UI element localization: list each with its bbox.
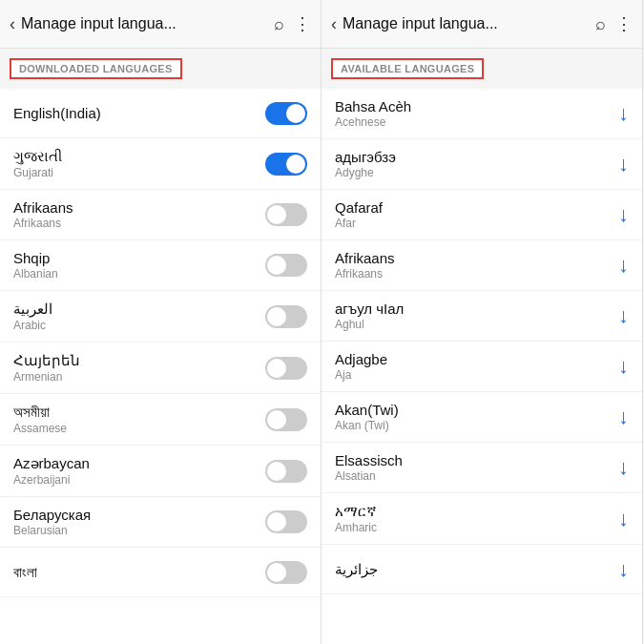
- language-subtitle: Arabic: [13, 319, 52, 332]
- language-subtitle: Assamese: [13, 422, 67, 435]
- list-item: ՀայերենArmenian: [0, 343, 321, 394]
- list-item: English(India): [0, 89, 321, 138]
- language-subtitle: Afar: [335, 217, 383, 230]
- left-section-label: Downloaded languages: [10, 58, 182, 79]
- list-item: বাংলা: [0, 548, 321, 597]
- list-item: агъул чIалAghul↓: [322, 291, 642, 342]
- left-search-icon[interactable]: ⌕: [274, 14, 284, 34]
- list-item: Akan(Twi)Akan (Twi)↓: [322, 392, 642, 443]
- list-item: AdjagbeAja↓: [322, 342, 642, 392]
- list-item: AzərbaycanAzerbaijani: [0, 446, 321, 497]
- list-item: QafarafAfar↓: [322, 190, 642, 240]
- language-toggle[interactable]: [265, 102, 307, 125]
- language-name: ગુજરાતી: [13, 148, 62, 165]
- language-subtitle: Afrikaans: [335, 267, 395, 280]
- language-toggle[interactable]: [265, 203, 307, 226]
- left-panel: ‹ Manage input langua... ⌕ ⋮ Downloaded …: [0, 0, 322, 644]
- download-icon[interactable]: ↓: [618, 303, 629, 328]
- language-name: العربية: [13, 301, 52, 318]
- language-name: Afrikaans: [335, 250, 395, 266]
- language-subtitle: Afrikaans: [13, 217, 73, 230]
- right-header: ‹ Manage input langua... ⌕ ⋮: [322, 0, 642, 49]
- right-panel: ‹ Manage input langua... ⌕ ⋮ Available l…: [322, 0, 643, 644]
- language-name: Adjagbe: [335, 351, 387, 367]
- list-item: ShqipAlbanian: [0, 240, 321, 291]
- language-toggle[interactable]: [265, 254, 307, 277]
- right-search-icon[interactable]: ⌕: [595, 14, 606, 34]
- left-language-list: English(India)ગુજરાતીGujaratiAfrikaansAf…: [0, 89, 321, 644]
- language-name: Azərbaycan: [13, 455, 90, 472]
- list-item: Bahsa AcèhAcehnese↓: [322, 89, 642, 139]
- left-back-button[interactable]: ‹: [10, 14, 15, 34]
- left-header-title: Manage input langua...: [21, 15, 264, 32]
- language-subtitle: Azerbaijani: [13, 473, 90, 487]
- list-item: ElsassischAlsatian↓: [322, 443, 642, 493]
- language-subtitle: Aghul: [335, 318, 404, 331]
- list-item: AfrikaansAfrikaans: [0, 190, 321, 240]
- right-section-wrapper: Available languages: [322, 49, 642, 89]
- list-item: адыгэбзэAdyghe↓: [322, 139, 642, 190]
- list-item: ગુજરાતીGujarati: [0, 138, 321, 190]
- language-name: Հայերեն: [13, 352, 80, 369]
- language-subtitle: Amharic: [335, 521, 377, 534]
- list-item: БеларускаяBelarusian: [0, 497, 321, 548]
- language-name: агъул чIал: [335, 301, 404, 317]
- download-icon[interactable]: ↓: [618, 455, 629, 480]
- language-toggle[interactable]: [265, 357, 307, 380]
- right-section-label: Available languages: [331, 58, 484, 79]
- language-name: አማርኛ: [335, 503, 377, 520]
- left-header: ‹ Manage input langua... ⌕ ⋮: [0, 0, 321, 49]
- list-item: অসমীয়াAssamese: [0, 394, 321, 446]
- language-toggle[interactable]: [265, 408, 307, 431]
- list-item: አማርኛAmharic↓: [322, 493, 642, 545]
- language-name: Shqip: [13, 250, 58, 266]
- language-toggle[interactable]: [265, 153, 307, 176]
- language-subtitle: Aja: [335, 368, 387, 382]
- left-section-wrapper: Downloaded languages: [0, 49, 321, 89]
- download-icon[interactable]: ↓: [618, 507, 629, 531]
- language-toggle[interactable]: [265, 460, 307, 483]
- language-subtitle: Belarusian: [13, 524, 91, 537]
- language-name: Bahsa Acèh: [335, 98, 411, 114]
- language-name: English(India): [13, 105, 101, 121]
- language-name: বাংলা: [13, 564, 37, 581]
- language-subtitle: Akan (Twi): [335, 419, 399, 432]
- list-item: AfrikaansAfrikaans↓: [322, 240, 642, 291]
- language-subtitle: Gujarati: [13, 166, 62, 179]
- language-name: অসমীয়া: [13, 404, 67, 421]
- language-toggle[interactable]: [265, 305, 307, 328]
- list-item: جزائرية↓: [322, 545, 642, 594]
- language-subtitle: Albanian: [13, 267, 58, 280]
- download-icon[interactable]: ↓: [618, 202, 629, 227]
- language-subtitle: Acehnese: [335, 115, 411, 129]
- download-icon[interactable]: ↓: [618, 405, 629, 429]
- list-item: العربيةArabic: [0, 291, 321, 343]
- right-back-button[interactable]: ‹: [331, 14, 337, 34]
- download-icon[interactable]: ↓: [618, 253, 629, 278]
- right-menu-icon[interactable]: ⋮: [615, 13, 633, 34]
- language-name: Afrikaans: [13, 199, 73, 216]
- download-icon[interactable]: ↓: [618, 101, 629, 126]
- right-language-list: Bahsa AcèhAcehnese↓адыгэбзэAdyghe↓Qafara…: [322, 89, 642, 644]
- language-toggle[interactable]: [265, 561, 307, 584]
- download-icon[interactable]: ↓: [618, 354, 629, 379]
- language-subtitle: Adyghe: [335, 166, 396, 179]
- language-name: Qafaraf: [335, 199, 383, 216]
- download-icon[interactable]: ↓: [618, 152, 629, 177]
- language-toggle[interactable]: [265, 510, 307, 533]
- language-name: Беларуская: [13, 507, 91, 523]
- language-subtitle: Alsatian: [335, 469, 403, 483]
- language-name: Elsassisch: [335, 452, 403, 468]
- language-name: Akan(Twi): [335, 402, 399, 418]
- language-name: адыгэбзэ: [335, 149, 396, 165]
- language-subtitle: Armenian: [13, 370, 80, 384]
- right-header-title: Manage input langua...: [343, 15, 586, 32]
- language-name: جزائرية: [335, 561, 378, 578]
- download-icon[interactable]: ↓: [618, 557, 629, 582]
- left-menu-icon[interactable]: ⋮: [294, 13, 311, 34]
